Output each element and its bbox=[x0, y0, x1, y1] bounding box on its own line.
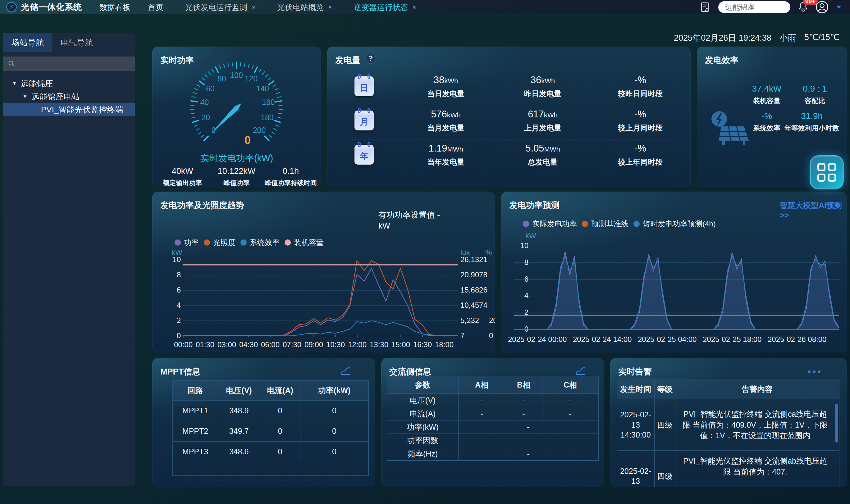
panel-realtime-alarms: 实时告警 发生时间 等级 告警内容 2025-02-13 14:30:00 四级… bbox=[610, 358, 847, 487]
ai-forecast-link[interactable]: 智慧大模型AI预测 bbox=[780, 200, 842, 211]
alarm-content: PVI_智能光伏监控终端 交流侧ab线电压超限 当前值为：407. bbox=[675, 451, 839, 487]
tree-expand-icon[interactable]: ▼ bbox=[12, 80, 17, 87]
calendar-day-icon: 日 bbox=[354, 76, 374, 96]
month-energy-value: 576 bbox=[431, 109, 447, 120]
col-header: B相 bbox=[505, 376, 543, 394]
report-icon[interactable] bbox=[701, 2, 710, 12]
forecast-chart bbox=[514, 245, 839, 331]
close-icon[interactable]: × bbox=[252, 3, 255, 11]
sidebar-tab-station-nav[interactable]: 场站导航 bbox=[3, 33, 52, 52]
legend-dot bbox=[523, 221, 529, 227]
help-icon[interactable]: ? bbox=[365, 53, 376, 64]
legend-dot bbox=[204, 239, 210, 246]
table-cell: - bbox=[459, 407, 505, 420]
table-cell: - bbox=[505, 394, 543, 407]
legend-item-system-efficiency[interactable]: 系统效率 bbox=[241, 237, 280, 248]
tree-node-plant[interactable]: ▼ 远能锦座电站 bbox=[3, 90, 135, 103]
year-compare-value: -% bbox=[634, 143, 646, 154]
nav-item-home[interactable]: 首页 bbox=[148, 2, 163, 13]
col-header: 等级 bbox=[655, 379, 675, 399]
table-cell: - bbox=[543, 407, 598, 420]
active-power-setting-note: 有功功率设置值 -kW bbox=[378, 210, 450, 231]
trend-chart bbox=[183, 259, 458, 337]
avatar[interactable] bbox=[816, 1, 828, 13]
sidebar: 场站导航 电气导航 ▼ 远能锦座 ▼ 远能锦座电站 PVI_智能光伏监控终端 bbox=[3, 33, 135, 486]
tab-pv-station-overview[interactable]: 光伏电站概览 × bbox=[277, 2, 332, 13]
tree-node-label: 远能锦座电站 bbox=[31, 91, 80, 102]
more-icon[interactable] bbox=[808, 371, 820, 373]
svg-text:0: 0 bbox=[245, 134, 251, 147]
day-energy-value: 38 bbox=[434, 74, 444, 85]
month-compare-value: -% bbox=[634, 109, 646, 120]
station-search-input[interactable] bbox=[718, 1, 790, 13]
panel-ac-side: 交流侧信息 参数 A相 B相 C相 电压(V) - - - 电流(A) - - … bbox=[381, 358, 604, 487]
tab-pv-operation-monitor[interactable]: 光伏发电运行监测 × bbox=[185, 2, 255, 13]
col-header: A相 bbox=[459, 376, 505, 394]
table-cell: 0 bbox=[300, 442, 369, 462]
temperature: 5℃/15℃ bbox=[804, 32, 839, 43]
peak-power-value: 10.122kW bbox=[209, 166, 263, 176]
legend-item-capacity[interactable]: 装机容量 bbox=[285, 237, 324, 248]
table-cell: 0 bbox=[260, 442, 300, 462]
panel-title: 发电效率 bbox=[705, 55, 739, 66]
legend-item-irradiance[interactable]: 光照度 bbox=[204, 237, 235, 248]
calendar-month-icon: 月 bbox=[354, 111, 374, 130]
nav-item-data-board[interactable]: 数据看板 bbox=[100, 2, 130, 13]
legend-item-shortterm-forecast[interactable]: 短时发电功率预测(4h) bbox=[634, 219, 716, 229]
rated-power-label: 额定输出功率 bbox=[155, 179, 209, 187]
installed-capacity: 37.4kW装机容量 bbox=[743, 84, 790, 106]
param-cell: 功率因数 bbox=[387, 434, 459, 447]
tab-inverter-status[interactable]: 逆变器运行状态 × bbox=[354, 2, 416, 13]
empty-row bbox=[173, 462, 369, 476]
ac-table: 参数 A相 B相 C相 电压(V) - - - 电流(A) - - - 功率(k… bbox=[387, 376, 599, 461]
legend-dot bbox=[285, 239, 291, 246]
table-cell: 348.6 bbox=[218, 442, 260, 462]
svg-text:60: 60 bbox=[206, 84, 215, 93]
legend-item-actual-power[interactable]: 实际发电功率 bbox=[523, 219, 577, 229]
svg-text:80: 80 bbox=[217, 74, 226, 83]
tree-node-label: 远能锦座 bbox=[21, 78, 53, 89]
day-energy-label: 当日发电量 bbox=[396, 89, 496, 99]
sidebar-search-input[interactable] bbox=[18, 59, 124, 68]
yesterday-energy-value: 36 bbox=[531, 74, 541, 85]
table-cell: 0 bbox=[260, 401, 300, 421]
notifications[interactable]: 99+ bbox=[798, 1, 808, 13]
year-energy-label: 当年发电量 bbox=[396, 157, 496, 167]
tab-label: 光伏电站概览 bbox=[277, 2, 324, 13]
line-chart-icon[interactable] bbox=[340, 366, 351, 375]
year-compare-label: 较上年同时段 bbox=[590, 157, 690, 167]
widget-menu-button[interactable] bbox=[810, 155, 844, 190]
power-gauge: 0204060801001201401601802000 bbox=[171, 55, 302, 157]
line-chart-icon[interactable] bbox=[575, 366, 586, 375]
chevron-down-icon[interactable] bbox=[836, 5, 841, 9]
table-cell: 0 bbox=[300, 421, 369, 442]
alarm-table: 发生时间 等级 告警内容 2025-02-13 14:30:00 四级 PVI_… bbox=[617, 379, 839, 487]
ai-forecast-link-arrows[interactable]: >> bbox=[780, 211, 789, 220]
capacity-ratio: 0.9 : 1容配比 bbox=[790, 84, 840, 106]
close-icon[interactable]: × bbox=[328, 3, 332, 11]
legend-item-forecast-baseline[interactable]: 预测基准线 bbox=[582, 219, 628, 229]
close-icon[interactable]: × bbox=[412, 3, 416, 11]
lastmonth-energy-label: 上月发电量 bbox=[493, 123, 592, 133]
dashboard: ⚡ 光储一体化系统 数据看板 首页 光伏发电运行监测 × 光伏电站概览 × 逆变… bbox=[0, 0, 850, 504]
svg-text:180: 180 bbox=[261, 113, 274, 122]
param-cell: 电流(A) bbox=[387, 407, 459, 420]
tree-node-station-group[interactable]: ▼ 远能锦座 bbox=[3, 77, 135, 90]
station-tree: ▼ 远能锦座 ▼ 远能锦座电站 PVI_智能光伏监控终端 bbox=[3, 77, 135, 116]
scrollbar-thumb[interactable] bbox=[835, 404, 838, 443]
param-cell: 电压(V) bbox=[387, 394, 459, 407]
merged-cell: - bbox=[459, 447, 598, 461]
legend-dot bbox=[175, 239, 181, 246]
panel-title: MPPT信息 bbox=[160, 366, 200, 377]
sidebar-tab-electric-nav[interactable]: 电气导航 bbox=[52, 33, 101, 52]
sidebar-search[interactable] bbox=[3, 56, 135, 71]
table-cell: 0 bbox=[300, 401, 369, 421]
table-cell: - bbox=[543, 394, 598, 407]
tree-node-terminal-selected[interactable]: PVI_智能光伏监控终端 bbox=[3, 103, 135, 116]
merged-cell: - bbox=[459, 434, 598, 447]
energy-row-day: 日 38kWh当日发电量 36kWh昨日发电量 -%较昨日同时段 bbox=[327, 71, 691, 105]
svg-text:140: 140 bbox=[256, 84, 269, 93]
table-cell: 0 bbox=[260, 421, 300, 442]
tree-expand-icon[interactable]: ▼ bbox=[22, 93, 28, 100]
legend-item-power[interactable]: 功率 bbox=[175, 237, 199, 248]
